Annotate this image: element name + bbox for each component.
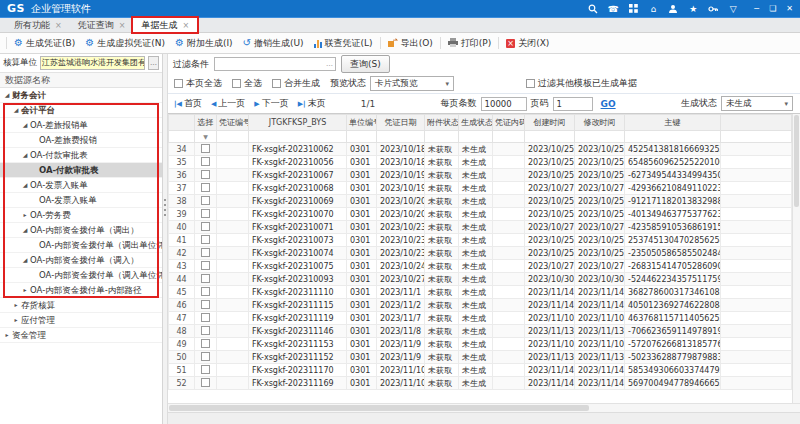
column-header[interactable]: 修改时间 [575, 115, 625, 131]
restore-button[interactable]: ❏ [769, 4, 776, 14]
home-icon[interactable]: ⌂ [648, 4, 658, 14]
tree-item[interactable]: OA-发票入账单 [0, 193, 162, 208]
expanded-icon[interactable]: ◢ [21, 148, 29, 162]
preview-status-select[interactable]: 卡片式预览 ▾ [370, 76, 454, 91]
tree-item[interactable]: ◢会计平台 [0, 103, 162, 118]
column-header[interactable]: 凭证编号 [217, 115, 249, 131]
close-tab-button[interactable]: 关闭(X) [501, 35, 554, 52]
scrollbar-thumb[interactable] [794, 115, 799, 207]
accounting-unit-select[interactable]: 江苏盐城港响水港开发集团有限公… [40, 56, 145, 70]
row-checkbox[interactable] [201, 326, 210, 335]
tree-item[interactable]: OA-内部资金拨付单（调入单位凭证） [0, 268, 162, 283]
row-checkbox[interactable] [201, 365, 210, 374]
row-checkbox[interactable] [201, 209, 210, 218]
tab-document-generation[interactable]: 单据生成 × [133, 18, 197, 32]
apps-grid-icon[interactable] [628, 4, 638, 14]
table-row[interactable]: 51FK-xsgkf-20231117003012023/11/10未获取未生成… [169, 364, 792, 377]
last-page-button[interactable]: 末页 [298, 97, 326, 110]
tree-item[interactable]: ◢OA-内部资金拨付单（调出） [0, 223, 162, 238]
expanded-icon[interactable]: ◢ [21, 118, 29, 132]
vertical-scrollbar[interactable] [792, 114, 800, 403]
table-row[interactable]: 39FK-xsgkf-20231007003012023/10/20未获取未生成… [169, 208, 792, 221]
tree-item[interactable]: ◢OA-内部资金拨付单（调入） [0, 253, 162, 268]
filter-funnel-icon[interactable] [203, 132, 208, 141]
table-row[interactable]: 41FK-xsgkf-20231007303012023/10/23未获取未生成… [169, 234, 792, 247]
collapsed-icon[interactable]: ▸ [12, 313, 20, 327]
table-row[interactable]: 44FK-xsgkf-20231009303012023/10/27未获取未生成… [169, 273, 792, 286]
row-checkbox[interactable] [201, 261, 210, 270]
export-button[interactable]: 导出(O) [383, 35, 438, 52]
row-checkbox[interactable] [201, 235, 210, 244]
print-button[interactable]: 打印(P) [443, 35, 496, 52]
table-row[interactable]: 48FK-xsgkf-20231114603012023/11/8未获取未生成2… [169, 325, 792, 338]
generation-status-select[interactable]: 未生成 ▾ [721, 96, 793, 111]
row-checkbox[interactable] [201, 274, 210, 283]
tree-item[interactable]: OA-内部资金拨付单（调出单位凭证） [0, 238, 162, 253]
tree-item[interactable]: OA-付款审批表 [0, 163, 162, 178]
column-header[interactable]: 凭证日期 [377, 115, 425, 131]
table-row[interactable]: 35FK-xsgkf-20231005603012023/10/18未获取未生成… [169, 156, 792, 169]
accounting-unit-more-button[interactable]: … [148, 56, 159, 70]
row-checkbox[interactable] [201, 287, 210, 296]
column-header[interactable]: 主键 [625, 115, 721, 131]
minimize-button[interactable]: ─ [754, 4, 759, 14]
key-icon[interactable] [708, 4, 718, 14]
row-checkbox[interactable] [201, 222, 210, 231]
tree-item[interactable]: ▸OA-内部资金拨付单-内部路径 [0, 283, 162, 298]
tree-item[interactable]: ◢财务会计 [0, 88, 162, 103]
user-icon[interactable] [668, 4, 678, 14]
generate-virtual-voucher-button[interactable]: ⚙ 生成虚拟凭证(N) [80, 35, 170, 52]
select-all-option[interactable]: 全选 [232, 77, 262, 90]
row-checkbox[interactable] [201, 352, 210, 361]
tab-close-icon[interactable]: × [119, 21, 126, 30]
phone-icon[interactable]: ☎ [608, 4, 618, 14]
row-checkbox[interactable] [201, 248, 210, 257]
select-page-option[interactable]: 本页全选 [174, 77, 222, 90]
scrollbar-thumb[interactable] [169, 405, 589, 411]
page-number-input[interactable]: 1 [553, 97, 593, 111]
filter-generated-option[interactable]: 过滤其他模板已生成单据 [526, 77, 637, 90]
collapsed-icon[interactable]: ▸ [3, 328, 11, 342]
column-header[interactable]: 生成状态 [459, 115, 493, 131]
filter-generated-checkbox[interactable] [526, 79, 535, 88]
additional-generate-button[interactable]: ⚙ 附加生成(I) [170, 35, 238, 52]
linked-voucher-query-button[interactable]: 联查凭证(L) [309, 35, 378, 52]
collapsed-icon[interactable]: ▸ [21, 208, 29, 222]
row-checkbox[interactable] [201, 170, 210, 179]
row-checkbox[interactable] [201, 300, 210, 309]
table-row[interactable]: 47FK-xsgkf-20231111903012023/11/7未获取未生成2… [169, 312, 792, 325]
select-page-checkbox[interactable] [174, 79, 183, 88]
horizontal-scrollbar[interactable] [168, 403, 800, 412]
table-row[interactable]: 43FK-xsgkf-20231007503012023/10/24未获取未生成… [169, 260, 792, 273]
tree-item[interactable]: OA-差旅费报销 [0, 133, 162, 148]
close-window-button[interactable]: ✕ [786, 4, 793, 14]
table-row[interactable]: 52FK-xsgkf-20231116903012023/11/10未获取未生成… [169, 377, 792, 390]
column-header[interactable]: 创建时间 [525, 115, 575, 131]
table-row[interactable]: 38FK-xsgkf-20231006903012023/10/20未获取未生成… [169, 195, 792, 208]
expanded-icon[interactable]: ◢ [12, 103, 20, 117]
expanded-icon[interactable]: ◢ [21, 223, 29, 237]
column-header[interactable]: 选择 [195, 115, 217, 131]
row-checkbox[interactable] [201, 313, 210, 322]
row-checkbox[interactable] [201, 378, 210, 387]
expanded-icon[interactable]: ◢ [21, 178, 29, 192]
tree-item[interactable]: ◢OA-付款审批表 [0, 148, 162, 163]
column-header[interactable]: 单位编号 [347, 115, 377, 131]
tab-all-functions[interactable]: 所有功能 × [6, 18, 70, 32]
select-all-checkbox[interactable] [232, 79, 241, 88]
merge-generate-checkbox[interactable] [272, 79, 281, 88]
column-header[interactable]: 附件状态 [425, 115, 459, 131]
row-checkbox[interactable] [201, 157, 210, 166]
table-row[interactable]: 49FK-xsgkf-20231115303012023/11/9未获取未生成2… [169, 338, 792, 351]
tree-item[interactable]: ▸存货核算 [0, 298, 162, 313]
undo-generate-button[interactable]: ↺ 撤销生成(U) [238, 35, 309, 52]
table-row[interactable]: 42FK-xsgkf-20231007403012023/10/23未获取未生成… [169, 247, 792, 260]
first-page-button[interactable]: 首页 [174, 97, 202, 110]
prev-page-button[interactable]: 上一页 [211, 97, 245, 110]
tree-item[interactable]: ▸应付管理 [0, 313, 162, 328]
tree-item[interactable]: ▸资金管理 [0, 328, 162, 343]
filter-input[interactable]: … [214, 57, 336, 71]
star-icon[interactable]: ★ [688, 4, 698, 14]
search-icon[interactable] [588, 4, 598, 14]
row-checkbox[interactable] [201, 144, 210, 153]
